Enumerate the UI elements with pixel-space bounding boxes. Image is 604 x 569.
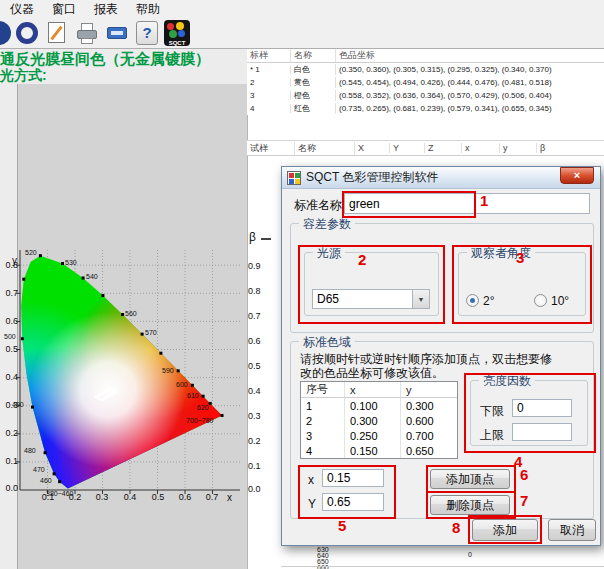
partial-circle-icon[interactable]: [0, 21, 11, 45]
wavelength-label: 380~460: [46, 490, 73, 497]
row-name: 橙色: [291, 90, 336, 101]
luminance-group-label: 亮度因数: [479, 373, 535, 390]
row-id: * 1: [247, 65, 291, 74]
annotation-number-2: 2: [358, 251, 366, 268]
observer-radio-2deg-label: 2°: [483, 294, 494, 308]
wavelength-label: 460: [40, 477, 52, 484]
vertex-y: 0.650: [401, 443, 457, 458]
delete-vertex-button[interactable]: 删除顶点: [430, 495, 510, 515]
help-glyph: ?: [142, 24, 151, 41]
table-row[interactable]: 2 黄色 (0.545, 0.454), (0.494, 0.426), (0.…: [247, 76, 604, 89]
col-header-sample: 试样: [247, 142, 295, 155]
beta-tick: 0.1: [248, 461, 261, 471]
observer-group-label: 观察者角度: [467, 245, 535, 262]
vertex-index: 2: [301, 413, 345, 428]
edit-report-icon[interactable]: [48, 22, 65, 43]
vertex-row[interactable]: 3 0.250 0.700: [301, 428, 457, 443]
beta-tick: 0.0: [248, 484, 261, 494]
wavelength-label: 560: [125, 310, 137, 317]
lower-limit-input[interactable]: [512, 399, 572, 417]
vertex-x-input[interactable]: [322, 469, 384, 487]
row-coords: (0.558, 0.352), (0.636, 0.364), (0.570, …: [336, 91, 604, 100]
beta-tick: 0.8: [248, 286, 261, 296]
add-vertex-button[interactable]: 添加顶点: [430, 469, 510, 489]
ring-icon[interactable]: [16, 22, 38, 44]
menu-item-window[interactable]: 窗口: [44, 0, 84, 19]
beta-tick: 0.5: [248, 361, 261, 371]
col-header-x: x: [462, 143, 500, 153]
cancel-button[interactable]: 取消: [548, 519, 596, 541]
printer-icon[interactable]: [76, 22, 98, 44]
vertex-row[interactable]: 1 0.100 0.300: [301, 398, 457, 413]
y-tick: 0.4: [2, 372, 18, 382]
annotation-number-8: 8: [452, 519, 460, 536]
vertex-y-input[interactable]: [322, 493, 384, 511]
sqct-logo-icon[interactable]: SQCT: [164, 20, 190, 46]
vertex-table-header: 序号 x y: [301, 382, 457, 398]
light-source-dropdown[interactable]: D65 ▼: [312, 289, 430, 309]
application-window: 仪器 窗口 报表 帮助 ? SQCT: [0, 0, 604, 569]
pencil-icon: [50, 26, 62, 40]
wavelength-label: 700~780: [186, 417, 213, 424]
y-tick: 0.6: [2, 316, 18, 326]
bg-cell-value: 0: [468, 551, 472, 558]
vertex-row[interactable]: 2 0.300 0.600: [301, 413, 457, 428]
dialog-title: SQCT 色彩管理控制软件: [306, 169, 438, 186]
vertex-y: 0.300: [401, 398, 457, 413]
table-row[interactable]: 3 橙色 (0.558, 0.352), (0.636, 0.364), (0.…: [247, 89, 604, 102]
bg-table-line: [281, 566, 604, 567]
wavelength-label: 610: [187, 392, 199, 399]
beta-axis-tick-dash: [261, 238, 271, 240]
vertex-row[interactable]: 4 0.150 0.650: [301, 443, 457, 458]
vertex-table: 序号 x y 1 0.100 0.300 2 0.300 0.600 3 0.2…: [300, 381, 458, 459]
dialog-icon: [287, 171, 301, 185]
vertex-index: 3: [301, 428, 345, 443]
annotation-number-3: 3: [516, 249, 524, 266]
upper-limit-input[interactable]: [512, 423, 572, 441]
menu-item-help[interactable]: 帮助: [128, 0, 168, 19]
print-preview-icon[interactable]: [106, 22, 128, 44]
help-icon[interactable]: ?: [136, 21, 158, 45]
document-subtitle: 光方式:: [0, 67, 47, 85]
row-id: 2: [247, 78, 291, 87]
y-tick: 0.7: [2, 288, 18, 298]
menu-bar: 仪器 窗口 报表 帮助: [0, 0, 604, 18]
beta-tick: 0.6: [248, 336, 261, 346]
vertex-index: 1: [301, 398, 345, 413]
menu-item-instrument[interactable]: 仪器: [2, 0, 42, 19]
col-header-coords: 色品坐标: [336, 49, 604, 62]
gamut-instructions-line2: 改的色品坐标可修改该值。: [300, 365, 444, 382]
beta-tick: 0.3: [248, 411, 261, 421]
observer-radio-10deg[interactable]: [534, 294, 547, 307]
light-source-group-label: 光源: [313, 245, 345, 262]
x-tick: 0.4: [120, 492, 140, 502]
standards-table: 标样 名称 色品坐标 * 1 白色 (0.350, 0.360), (0.305…: [247, 49, 604, 115]
col-header-name: 名称: [295, 142, 355, 155]
beta-tick: 0.7: [248, 311, 261, 321]
wavelength-label: 470: [33, 466, 45, 473]
col-header-X: X: [355, 143, 390, 153]
close-icon[interactable]: ×: [560, 167, 594, 184]
upper-limit-label: 上限: [480, 427, 504, 444]
tolerance-group-label: 容差参数: [299, 216, 355, 233]
standard-name-input[interactable]: [344, 193, 590, 214]
y-tick: 0.1: [2, 456, 18, 466]
annotation-number-1: 1: [480, 192, 488, 209]
toolbar: ? SQCT: [0, 18, 604, 49]
beta-axis-title: β: [249, 230, 256, 244]
vertex-col-index: 序号: [301, 382, 345, 397]
vertex-y: 0.600: [401, 413, 457, 428]
x-tick: 0.5: [148, 492, 168, 502]
row-name: 黄色: [291, 77, 336, 88]
menu-item-report[interactable]: 报表: [86, 0, 126, 19]
beta-tick: 0.9: [248, 261, 261, 271]
chevron-down-icon[interactable]: ▼: [412, 290, 429, 308]
wavelength-label: 500: [4, 333, 16, 340]
vertex-index: 4: [301, 443, 345, 458]
observer-radio-2deg[interactable]: [466, 294, 479, 307]
table-row[interactable]: * 1 白色 (0.350, 0.360), (0.305, 0.315), (…: [247, 63, 604, 76]
dialog-titlebar[interactable]: SQCT 色彩管理控制软件 ×: [282, 167, 600, 189]
add-button[interactable]: 添加: [472, 519, 538, 541]
row-coords: (0.545, 0.454), (0.494, 0.426), (0.444, …: [336, 78, 604, 87]
table-row[interactable]: 4 红色 (0.735, 0.265), (0.681, 0.239), (0.…: [247, 102, 604, 115]
